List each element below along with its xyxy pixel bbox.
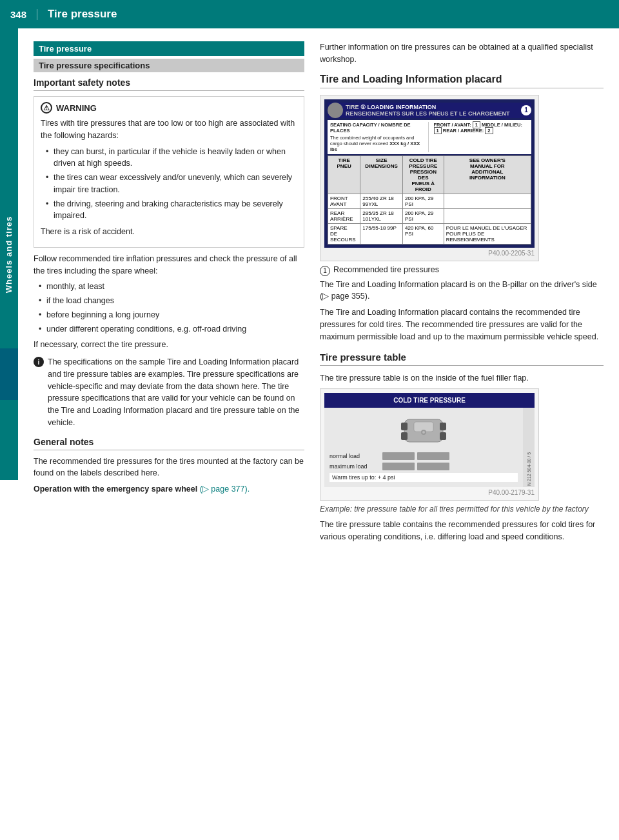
correct-text: If necessary, correct the tire pressure. bbox=[34, 339, 304, 351]
placard-row-rear: REARARRIÈRE 285/35 ZR 18 101YXL 200 KPA,… bbox=[328, 208, 531, 223]
pressure-content: normal load maximum load Warm tires up t… bbox=[324, 408, 523, 487]
placard-row-front: FRONTAVANT 255/40 ZR 18 99YXL 200 KPA, 2… bbox=[328, 194, 531, 208]
svg-point-7 bbox=[422, 431, 425, 434]
sidebar-marker bbox=[0, 348, 18, 400]
car-svg bbox=[395, 413, 453, 448]
placard-row-spare: SPAREDE SECOURS 175/55-18 99P 420 KPA, 6… bbox=[328, 223, 531, 244]
placard-caption: P40.00-2205-31 bbox=[324, 250, 535, 257]
pressure-table-example: Example: tire pressure table for all tir… bbox=[320, 505, 604, 514]
svg-rect-1 bbox=[401, 423, 408, 430]
check-bullet-4: under different operating conditions, e.… bbox=[39, 323, 304, 335]
warning-bullet-1: they can burst, in particular if the veh… bbox=[46, 146, 297, 170]
info-icon: i bbox=[34, 357, 44, 367]
warning-box: ⚠ WARNING Tires with tire pressures that… bbox=[34, 96, 304, 248]
placard-section-heading: Tire and Loading Information placard bbox=[320, 74, 604, 88]
warm-note: Warm tires up to: + 4 psi bbox=[329, 473, 518, 482]
operation-text: Operation with the emergency spare wheel… bbox=[34, 483, 304, 495]
placard-desc2: The Tire and Loading Information placard… bbox=[320, 306, 604, 343]
check-bullet-3: before beginning a long journey bbox=[39, 309, 304, 321]
maximum-load-row: maximum load bbox=[329, 463, 518, 470]
normal-load-label: normal load bbox=[329, 453, 380, 459]
pressure-table-desc2: The tire pressure table contains the rec… bbox=[320, 519, 604, 543]
sidebar-text: Wheels and tires bbox=[5, 215, 14, 292]
cold-tire-pressure-title: COLD TIRE PRESSURE bbox=[324, 393, 535, 408]
placard-table: TIREPNEU SIZEDIMENSIONS COLD TIRE PRESSU… bbox=[328, 155, 531, 245]
right-column: Further information on tire pressures ca… bbox=[320, 41, 604, 547]
page-title: Tire pressure bbox=[48, 8, 117, 21]
warning-bullet-list: they can burst, in particular if the veh… bbox=[46, 146, 297, 223]
placard-col-note: SEE OWNER'SMANUAL FORADDITIONALINFORMATI… bbox=[444, 155, 531, 194]
svg-rect-4 bbox=[440, 432, 446, 440]
general-notes-text: The recommended tire pressures for the t… bbox=[34, 455, 304, 480]
maximum-load-val2 bbox=[417, 463, 449, 470]
placard-header: TIRE ① LOADING INFORMATION RENSEIGNEMENT… bbox=[328, 103, 531, 118]
section-heading-specifications: Tire pressure specifications bbox=[34, 59, 304, 72]
placard-recommended: 1 Recommended tire pressures bbox=[320, 265, 604, 276]
maximum-load-val1 bbox=[382, 463, 415, 470]
risk-text: There is a risk of accident. bbox=[41, 226, 297, 238]
follow-text: Follow recommended tire inflation pressu… bbox=[34, 253, 304, 277]
page-header: 348 Tire pressure bbox=[0, 0, 619, 28]
check-bullet-list: monthly, at least if the load changes be… bbox=[39, 281, 304, 335]
placard-desc1: The Tire and Loading Information placard… bbox=[320, 279, 604, 303]
main-content: Tire pressure Tire pressure specificatio… bbox=[18, 28, 619, 560]
tire-pressure-table-desc: The tire pressure table is on the inside… bbox=[320, 372, 604, 385]
right-side-bar: N 212 504-00 / 5 bbox=[523, 408, 535, 487]
info-note: i The specifications on the sample Tire … bbox=[34, 356, 304, 429]
general-notes-heading: General notes bbox=[34, 437, 304, 450]
circle-num-1: 1 bbox=[320, 266, 330, 276]
page-number: 348 bbox=[10, 9, 37, 20]
left-column: Tire pressure Tire pressure specificatio… bbox=[34, 41, 304, 547]
warning-title: ⚠ WARNING bbox=[41, 102, 297, 114]
placard-col-size: SIZEDIMENSIONS bbox=[360, 155, 403, 194]
placard-image: TIRE ① LOADING INFORMATION RENSEIGNEMENT… bbox=[320, 95, 539, 261]
warning-bullet-2: the tires can wear excessively and/or un… bbox=[46, 172, 297, 196]
pressure-caption: P40.00-2179-31 bbox=[324, 489, 535, 496]
sidebar-label: Wheels and tires bbox=[0, 28, 18, 480]
pressure-img-wrap: normal load maximum load Warm tires up t… bbox=[324, 408, 535, 487]
important-safety-notes-heading: Important safety notes bbox=[34, 77, 304, 91]
placard-col-tire: TIREPNEU bbox=[328, 155, 360, 194]
warning-bullet-3: the driving, steering and braking charac… bbox=[46, 198, 297, 223]
pressure-table-image: COLD TIRE PRESSURE bbox=[320, 388, 539, 501]
warning-intro-text: Tires with tire pressures that are too l… bbox=[41, 117, 297, 142]
normal-load-row: normal load bbox=[329, 452, 518, 460]
check-bullet-1: monthly, at least bbox=[39, 281, 304, 293]
operation-bold: Operation with the emergency spare wheel bbox=[34, 485, 197, 494]
further-info-text: Further information on tire pressures ca… bbox=[320, 41, 604, 66]
section-heading-tire-pressure: Tire pressure bbox=[34, 41, 304, 56]
check-bullet-2: if the load changes bbox=[39, 295, 304, 307]
normal-load-val1 bbox=[382, 452, 415, 460]
warning-icon: ⚠ bbox=[41, 102, 52, 114]
tire-pressure-table-heading: Tire pressure table bbox=[320, 352, 604, 366]
car-diagram-area bbox=[329, 413, 518, 448]
maximum-load-label: maximum load bbox=[329, 463, 380, 470]
normal-load-val2 bbox=[417, 452, 449, 460]
placard-col-pressure: COLD TIRE PRESSUREPRESSION DESPNEUS À FR… bbox=[402, 155, 444, 194]
svg-rect-3 bbox=[401, 432, 408, 440]
placard-circle-num: 1 bbox=[521, 105, 531, 115]
svg-rect-2 bbox=[440, 423, 446, 430]
operation-ref: (▷ page 377). bbox=[200, 485, 250, 494]
